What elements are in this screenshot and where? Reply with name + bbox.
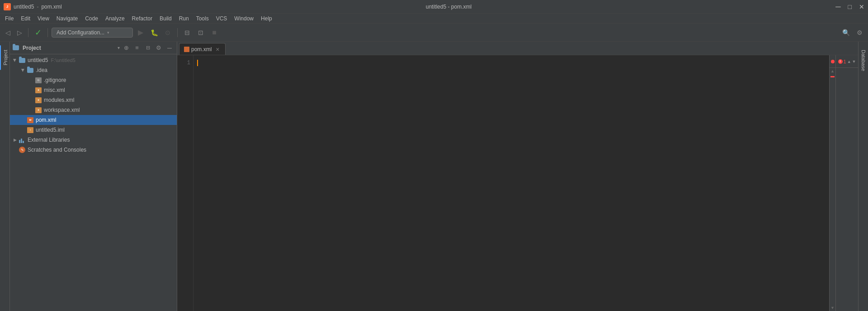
pom-tab-close[interactable]: × [214, 46, 221, 53]
run-play-btn[interactable]: ▶ [135, 27, 146, 38]
root-label: untitled5 [28, 57, 48, 63]
error-track [830, 74, 835, 305]
menu-item-build[interactable]: Build [156, 14, 175, 23]
maven-check-icon[interactable]: ✓ [32, 27, 44, 38]
tree-item-iml[interactable]: ▶ I untitled5.iml [10, 125, 177, 135]
error-count-display[interactable]: ! 1 ▲ ▼ [836, 55, 858, 68]
menu-item-edit[interactable]: Edit [18, 14, 33, 23]
misc-xml-icon: X [35, 87, 42, 93]
title-project-name: untitled5 [14, 4, 34, 10]
project-side-tab[interactable]: Project [0, 42, 10, 311]
database-side-tab[interactable]: Database [858, 42, 868, 311]
tree-item-scratches[interactable]: ▶ ✎ Scratches and Consoles [10, 145, 177, 155]
tree-item-root[interactable]: ▶ untitled5 F:\untitled5 [10, 55, 177, 65]
run-debug-btn[interactable]: 🐛 [148, 27, 160, 38]
tree-item-pom[interactable]: ▶ M pom.xml [10, 115, 177, 125]
scroll-down-btn[interactable]: ▼ [830, 305, 835, 311]
run-config-dropdown[interactable]: Add Configuration... ▾ [52, 28, 133, 38]
error-count-area[interactable] [830, 55, 835, 68]
menu-bar: File Edit View Navigate Code Analyze Ref… [0, 14, 868, 24]
modules-xml-icon: X [35, 97, 42, 103]
run-config-chevron: ▾ [107, 30, 109, 35]
project-panel-close-btn[interactable]: ─ [165, 43, 174, 53]
menu-item-view[interactable]: View [34, 14, 52, 23]
run-coverage-btn[interactable]: ⊙ [162, 27, 174, 38]
toolbar-search-btn[interactable]: 🔍 [840, 27, 852, 38]
project-collapse-btn[interactable]: ≡ [132, 43, 142, 53]
toolbar-settings-btn[interactable]: ⚙ [854, 27, 865, 38]
menu-item-run[interactable]: Run [176, 14, 192, 23]
app-icon: J [4, 3, 11, 10]
misc-label: misc.xml [44, 87, 65, 93]
tree-item-misc[interactable]: ▶ X misc.xml [10, 85, 177, 95]
nav-back-btn[interactable]: ◁ [3, 28, 13, 38]
menu-item-code[interactable]: Code [82, 14, 101, 23]
editor-area: pom.xml × 1 [177, 42, 858, 311]
iml-label: untitled5.iml [36, 127, 65, 133]
project-settings-btn[interactable]: ⚙ [154, 43, 163, 53]
gitignore-label: .gitignore [44, 77, 66, 83]
toolbar-separator-3 [177, 28, 178, 37]
toolbar-separator-1 [28, 28, 28, 37]
title-separator: - [37, 4, 38, 10]
project-panel-title: Project [23, 45, 116, 51]
minimize-btn[interactable]: ─ [835, 3, 840, 10]
error-stripe: ▲ ▼ [829, 55, 835, 311]
tree-item-modules[interactable]: ▶ X modules.xml [10, 95, 177, 105]
run-stop-btn[interactable]: ■ [208, 27, 220, 38]
error-dot [831, 60, 835, 63]
title-file-name: pom.xml [41, 4, 61, 10]
menu-item-analyze[interactable]: Analyze [102, 14, 128, 23]
error-marker [830, 76, 835, 77]
menu-item-vcs[interactable]: VCS [213, 14, 231, 23]
tree-item-ext-lib[interactable]: ▶ External Libraries [10, 135, 177, 145]
panels-row: Project Project ▾ ⊕ ≡ ⊟ ⚙ ─ [0, 42, 868, 311]
tree-item-workspace[interactable]: ▶ X workspace.xml [10, 105, 177, 115]
menu-item-refactor[interactable]: Refactor [129, 14, 156, 23]
project-panel: Project ▾ ⊕ ≡ ⊟ ⚙ ─ ▶ untitled5 [10, 42, 177, 311]
pom-tab[interactable]: pom.xml × [179, 43, 226, 55]
workspace-label: workspace.xml [44, 107, 80, 113]
project-tree: ▶ untitled5 F:\untitled5 ▶ .idea [10, 54, 177, 311]
project-panel-chevron[interactable]: ▾ [118, 45, 120, 50]
menu-item-help[interactable]: Help [258, 14, 275, 23]
tree-arrow-root: ▶ [12, 57, 18, 63]
database-tab-label[interactable]: Database [859, 45, 868, 76]
menu-item-file[interactable]: File [2, 14, 17, 23]
tree-arrow-ext-lib: ▶ [12, 137, 18, 143]
run-more-btn[interactable]: ⊟ [181, 27, 193, 38]
project-tab-label[interactable]: Project [0, 45, 10, 70]
error-count: 1 [844, 59, 846, 64]
editor-body: 1 ▲ [177, 55, 858, 311]
menu-item-navigate[interactable]: Navigate [53, 14, 81, 23]
error-down-arrow[interactable]: ▼ [852, 59, 856, 64]
tree-item-idea[interactable]: ▶ .idea [10, 65, 177, 75]
run-profile-btn[interactable]: ⊡ [195, 27, 207, 38]
project-folder-icon [13, 45, 19, 50]
title-full: untitled5 - pom.xml [426, 4, 472, 10]
iml-icon: I [27, 127, 33, 133]
project-locate-btn[interactable]: ⊕ [122, 43, 131, 53]
project-expand-btn[interactable]: ⊟ [143, 43, 152, 53]
tree-arrow-idea: ▶ [20, 67, 26, 73]
nav-forward-btn[interactable]: ▷ [14, 28, 24, 38]
menu-item-window[interactable]: Window [231, 14, 257, 23]
close-btn[interactable]: ✕ [859, 4, 864, 10]
modules-label: modules.xml [44, 97, 74, 103]
pom-tab-label: pom.xml [191, 46, 212, 53]
scroll-up-btn[interactable]: ▲ [830, 68, 835, 74]
idea-label: .idea [36, 67, 47, 73]
maximize-btn[interactable]: □ [848, 4, 852, 10]
tab-bar: pom.xml × [177, 42, 858, 55]
line-numbers: 1 [177, 55, 193, 311]
pom-tab-icon [184, 47, 189, 52]
scratches-icon: ✎ [19, 147, 25, 153]
window-controls: ─ □ ✕ [835, 3, 864, 10]
error-icon: ! [838, 59, 843, 64]
error-up-arrow[interactable]: ▲ [847, 59, 851, 64]
ext-lib-icon [19, 137, 25, 143]
root-path: F:\untitled5 [51, 57, 75, 63]
editor-content[interactable] [193, 55, 829, 311]
menu-item-tools[interactable]: Tools [193, 14, 212, 23]
tree-item-gitignore[interactable]: ▶ G .gitignore [10, 75, 177, 85]
